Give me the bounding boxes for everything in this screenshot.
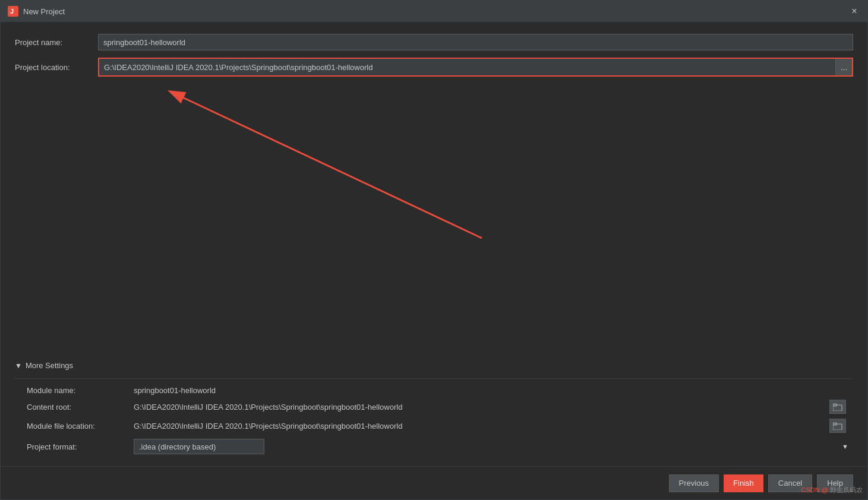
project-format-row: Project format: .idea (directory based) … bbox=[15, 439, 853, 454]
content-root-row: Content root: G:\IDEA2020\IntelliJ IDEA … bbox=[15, 400, 853, 414]
project-name-input[interactable] bbox=[98, 34, 853, 50]
app-icon: J bbox=[8, 6, 18, 17]
dialog-body: Project name: Project location: ... bbox=[1, 22, 867, 466]
content-root-value: G:\IDEA2020\IntelliJ IDEA 2020.1\Project… bbox=[134, 403, 829, 412]
project-name-row: Project name: bbox=[15, 34, 853, 50]
project-name-input-wrapper bbox=[98, 34, 853, 50]
project-location-label: Project location: bbox=[15, 63, 98, 72]
project-location-input[interactable] bbox=[99, 59, 835, 75]
module-file-label: Module file location: bbox=[15, 422, 134, 431]
finish-button[interactable]: Finish bbox=[724, 474, 763, 492]
new-project-dialog: J New Project × Project name: Project lo… bbox=[0, 0, 868, 500]
footer: Previous Finish Cancel Help bbox=[1, 466, 867, 499]
module-file-value: G:\IDEA2020\IntelliJ IDEA 2020.1\Project… bbox=[134, 422, 829, 431]
more-settings-section: ▼ More Settings Module name: springboot0… bbox=[15, 361, 853, 454]
format-select-chevron-icon: ▼ bbox=[842, 443, 848, 450]
watermark: CSDN @ 野生爪码农 bbox=[801, 486, 863, 495]
svg-text:J: J bbox=[10, 8, 14, 15]
project-format-select[interactable]: .idea (directory based) bbox=[134, 439, 264, 454]
more-settings-label: More Settings bbox=[26, 361, 73, 370]
content-root-browse-button[interactable] bbox=[829, 400, 846, 414]
project-location-browse-button[interactable]: ... bbox=[835, 59, 852, 75]
project-name-label: Project name: bbox=[15, 38, 98, 47]
more-settings-chevron-icon: ▼ bbox=[15, 362, 22, 370]
project-location-input-wrapper: ... bbox=[98, 58, 853, 77]
content-root-label: Content root: bbox=[15, 403, 134, 412]
settings-divider bbox=[15, 378, 853, 379]
project-location-row: Project location: ... bbox=[15, 58, 853, 77]
module-file-browse-button[interactable] bbox=[829, 419, 846, 433]
title-bar: J New Project × bbox=[1, 1, 867, 22]
more-settings-header[interactable]: ▼ More Settings bbox=[15, 361, 853, 370]
project-format-label: Project format: bbox=[15, 442, 134, 451]
module-file-row: Module file location: G:\IDEA2020\Intell… bbox=[15, 419, 853, 433]
previous-button[interactable]: Previous bbox=[669, 474, 719, 492]
module-name-value: springboot01-helloworld bbox=[134, 386, 853, 395]
close-button[interactable]: × bbox=[848, 5, 860, 17]
dialog-title: New Project bbox=[23, 7, 65, 16]
project-format-select-wrapper: .idea (directory based) ▼ bbox=[134, 439, 853, 454]
module-name-row: Module name: springboot01-helloworld bbox=[15, 386, 853, 395]
module-name-label: Module name: bbox=[15, 386, 134, 395]
title-bar-left: J New Project bbox=[8, 6, 65, 17]
empty-space bbox=[15, 81, 853, 356]
